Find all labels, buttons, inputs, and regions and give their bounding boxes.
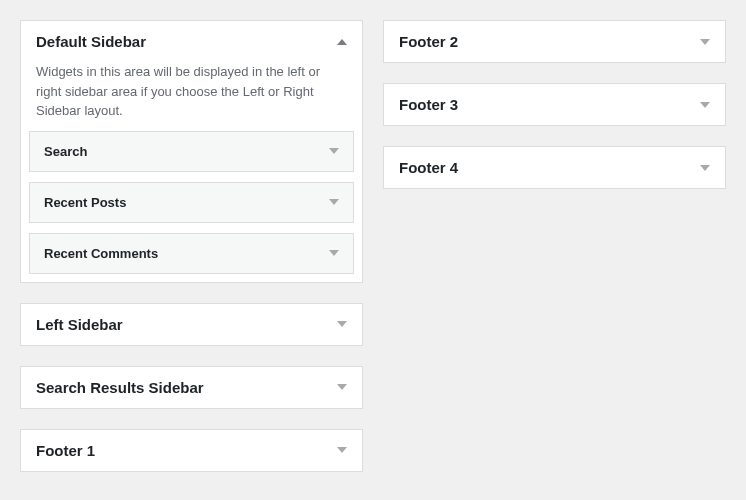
expand-icon xyxy=(329,250,339,256)
expand-icon xyxy=(700,39,710,45)
panel-title: Footer 2 xyxy=(399,33,458,50)
expand-icon xyxy=(329,199,339,205)
widget-item-search[interactable]: Search xyxy=(29,131,354,172)
panel-title: Footer 4 xyxy=(399,159,458,176)
panel-header[interactable]: Footer 3 xyxy=(384,84,725,125)
left-column: Default Sidebar Widgets in this area wil… xyxy=(20,20,363,492)
panel-header-default[interactable]: Default Sidebar xyxy=(21,21,362,62)
panel-title: Footer 1 xyxy=(36,442,95,459)
panel-header[interactable]: Footer 4 xyxy=(384,147,725,188)
widget-title: Search xyxy=(44,144,87,159)
expand-icon xyxy=(337,384,347,390)
sidebar-panel-footer-4: Footer 4 xyxy=(383,146,726,189)
expand-icon xyxy=(700,102,710,108)
right-column: Footer 2 Footer 3 Footer 4 xyxy=(383,20,726,492)
widget-item-recent-posts[interactable]: Recent Posts xyxy=(29,182,354,223)
panel-description: Widgets in this area will be displayed i… xyxy=(21,62,362,131)
expand-icon xyxy=(329,148,339,154)
widget-title: Recent Comments xyxy=(44,246,158,261)
expand-icon xyxy=(337,447,347,453)
panel-title: Footer 3 xyxy=(399,96,458,113)
sidebar-panel-search-results: Search Results Sidebar xyxy=(20,366,363,409)
sidebar-panel-left-sidebar: Left Sidebar xyxy=(20,303,363,346)
sidebar-panel-footer-1: Footer 1 xyxy=(20,429,363,472)
sidebar-panel-footer-3: Footer 3 xyxy=(383,83,726,126)
widget-areas-columns: Default Sidebar Widgets in this area wil… xyxy=(20,20,726,492)
sidebar-panel-default: Default Sidebar Widgets in this area wil… xyxy=(20,20,363,283)
panel-header[interactable]: Search Results Sidebar xyxy=(21,367,362,408)
panel-title: Default Sidebar xyxy=(36,33,146,50)
panel-title: Search Results Sidebar xyxy=(36,379,204,396)
expand-icon xyxy=(700,165,710,171)
panel-header[interactable]: Footer 1 xyxy=(21,430,362,471)
widget-title: Recent Posts xyxy=(44,195,126,210)
widget-list: Search Recent Posts Recent Comments xyxy=(21,131,362,282)
panel-title: Left Sidebar xyxy=(36,316,123,333)
panel-header[interactable]: Footer 2 xyxy=(384,21,725,62)
widget-item-recent-comments[interactable]: Recent Comments xyxy=(29,233,354,274)
sidebar-panel-footer-2: Footer 2 xyxy=(383,20,726,63)
panel-header[interactable]: Left Sidebar xyxy=(21,304,362,345)
expand-icon xyxy=(337,321,347,327)
collapse-icon xyxy=(337,39,347,45)
